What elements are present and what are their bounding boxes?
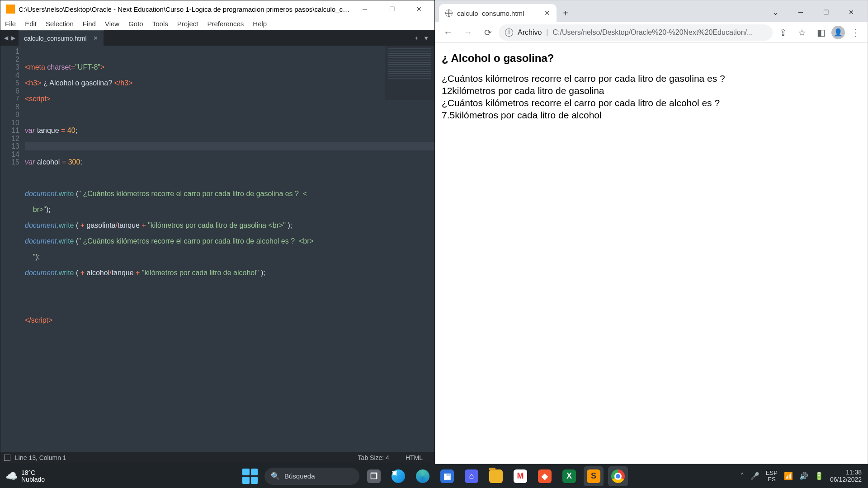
explorer-app-icon[interactable]	[486, 466, 506, 486]
chrome-app-icon[interactable]	[608, 466, 628, 486]
page-line: 12kilómetros por cada litro de gasolina	[442, 85, 861, 97]
page-content: ¿ Alcohol o gasolina? ¿Cuántos kilómetro…	[435, 43, 868, 464]
start-button[interactable]	[240, 466, 260, 486]
excel-app-icon[interactable]: X	[559, 466, 579, 486]
tab-size[interactable]: Tab Size: 4	[350, 454, 397, 461]
line-gutter: 12 34 56 78 910 1112 1314 15	[0, 46, 25, 452]
microphone-icon[interactable]: 🎤	[750, 472, 760, 480]
minimize-button[interactable]: ─	[351, 0, 378, 18]
close-button[interactable]: ✕	[839, 4, 864, 20]
page-heading: ¿ Alcohol o gasolina?	[442, 52, 861, 65]
globe-icon	[445, 9, 453, 17]
system-tray: ˄ 🎤 ESPES 📶 🔊 🔋 11:3806/12/2022	[734, 469, 868, 483]
taskbar-search[interactable]: 🔍 Búsqueda	[264, 468, 359, 485]
menu-view[interactable]: View	[100, 20, 124, 28]
new-tab-icon[interactable]: ＋	[412, 34, 421, 42]
menu-preferences[interactable]: Preferences	[203, 20, 248, 28]
language-indicator[interactable]: ESPES	[766, 470, 778, 482]
menu-edit[interactable]: Edit	[20, 20, 41, 28]
back-button[interactable]: ←	[439, 23, 457, 42]
weather-widget[interactable]: ☁️ 18°C Nublado	[0, 469, 50, 483]
volume-icon[interactable]: 🔊	[799, 472, 808, 480]
editor-tab[interactable]: calculo_consumo.html ✕	[19, 30, 104, 46]
sidebar-toggle-icon[interactable]	[4, 455, 10, 461]
wifi-icon[interactable]: 📶	[784, 472, 793, 480]
sublime-app-icon[interactable]: S	[584, 466, 604, 486]
menu-help[interactable]: Help	[248, 20, 271, 28]
sublime-menubar: File Edit Selection Find View Goto Tools…	[0, 18, 434, 30]
calendar-app-icon[interactable]: ▦	[437, 466, 457, 486]
tab-close-icon[interactable]: ✕	[93, 35, 98, 42]
search-icon: 🔍	[271, 472, 280, 480]
side-panel-icon[interactable]: ◧	[812, 24, 830, 41]
chat-app-icon[interactable]: ▣	[388, 466, 408, 486]
close-button[interactable]: ✕	[406, 0, 433, 18]
profile-avatar[interactable]: 👤	[831, 26, 845, 39]
url-text: C:/Users/nelso/Desktop/Oracle%20-%20Next…	[553, 28, 766, 37]
browser-toolbar: ← → ⟳ i Archivo | C:/Users/nelso/Desktop…	[435, 22, 868, 43]
sublime-titlebar[interactable]: C:\Users\nelso\Desktop\Oracle - Next Edu…	[0, 0, 434, 18]
minimize-button[interactable]: ─	[788, 4, 813, 20]
app-icon[interactable]: M	[510, 466, 530, 486]
tab-close-icon[interactable]: ✕	[544, 9, 550, 17]
tab-nav-forward-icon[interactable]: ▶	[9, 35, 17, 41]
clock[interactable]: 11:3806/12/2022	[830, 469, 862, 483]
site-info-icon[interactable]: i	[505, 28, 513, 37]
browser-tab[interactable]: calculo_consumo.html ✕	[439, 4, 557, 22]
menu-selection[interactable]: Selection	[41, 20, 78, 28]
window-dropdown-icon[interactable]: ⌄	[763, 4, 788, 20]
cursor-position: Line 13, Column 1	[15, 454, 66, 461]
sublime-window: C:\Users\nelso\Desktop\Oracle - Next Edu…	[0, 0, 435, 464]
share-icon[interactable]: ⇪	[774, 24, 792, 41]
new-tab-button[interactable]: +	[558, 6, 573, 20]
weather-desc: Nublado	[21, 476, 45, 483]
sublime-logo-icon	[6, 5, 15, 14]
menu-file[interactable]: File	[0, 20, 20, 28]
url-scheme-label: Archivo	[518, 28, 542, 37]
task-view-button[interactable]: ❐	[364, 466, 384, 486]
sublime-title: C:\Users\nelso\Desktop\Oracle - Next Edu…	[19, 5, 351, 13]
maximize-button[interactable]: ☐	[813, 4, 839, 20]
page-line: ¿Cuántos kilómetros recorre el carro por…	[442, 73, 861, 85]
tab-nav-back-icon[interactable]: ◀	[2, 35, 9, 41]
address-bar[interactable]: i Archivo | C:/Users/nelso/Desktop/Oracl…	[499, 24, 773, 41]
browser-tab-title: calculo_consumo.html	[457, 9, 540, 17]
search-placeholder: Búsqueda	[284, 472, 315, 480]
edge-app-icon[interactable]	[413, 466, 433, 486]
windows-taskbar: ☁️ 18°C Nublado 🔍 Búsqueda ❐ ▣ ▦ ⌂ M ◆ X…	[0, 464, 868, 488]
page-line: ¿Cuántos kilómetros recorre el carro por…	[442, 97, 861, 109]
bookmark-icon[interactable]: ☆	[793, 24, 811, 41]
browser-window: calculo_consumo.html ✕ + ⌄ ─ ☐ ✕ ← → ⟳ i…	[435, 0, 868, 464]
forward-button[interactable]: →	[459, 23, 477, 42]
discord-app-icon[interactable]: ⌂	[462, 466, 481, 486]
kebab-menu-icon[interactable]: ⋮	[847, 24, 864, 41]
page-line: 7.5kilómetros por cada litro de alcohol	[442, 109, 861, 122]
code-editor[interactable]: 12 34 56 78 910 1112 1314 15 <meta chars…	[0, 46, 434, 452]
sublime-tabstrip: ◀ ▶ calculo_consumo.html ✕ ＋ ▼	[0, 30, 434, 46]
cloud-icon: ☁️	[5, 470, 18, 482]
battery-icon[interactable]: 🔋	[815, 472, 824, 480]
menu-tools[interactable]: Tools	[148, 20, 173, 28]
menu-goto[interactable]: Goto	[124, 20, 148, 28]
reload-button[interactable]: ⟳	[479, 23, 497, 42]
maximize-button[interactable]: ☐	[378, 0, 406, 18]
editor-tab-label: calculo_consumo.html	[24, 35, 87, 42]
syntax-mode[interactable]: HTML	[397, 454, 431, 461]
tab-overflow-icon[interactable]: ▼	[421, 35, 431, 42]
tray-chevron-icon[interactable]: ˄	[741, 472, 744, 480]
brave-app-icon[interactable]: ◆	[535, 466, 555, 486]
browser-tabbar: calculo_consumo.html ✕ + ⌄ ─ ☐ ✕	[435, 0, 868, 22]
menu-find[interactable]: Find	[78, 20, 100, 28]
weather-temp: 18°C	[21, 469, 45, 476]
code-area[interactable]: <meta charset="UFT-8"> <h3> ¿ Alcohol o …	[25, 46, 434, 452]
menu-project[interactable]: Project	[173, 20, 203, 28]
sublime-statusbar: Line 13, Column 1 Tab Size: 4 HTML	[0, 452, 434, 464]
